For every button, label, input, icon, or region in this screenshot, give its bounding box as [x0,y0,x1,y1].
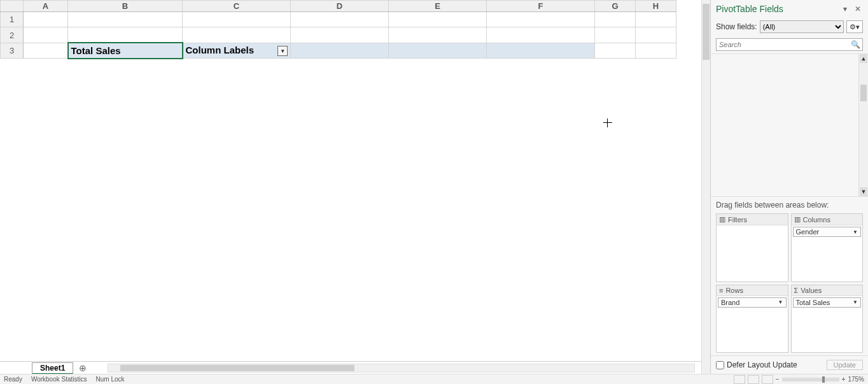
defer-update-checkbox[interactable] [716,361,724,369]
status-ready: Ready [4,376,22,383]
col-header-A[interactable]: A [24,1,68,12]
fieldlist-scrollbar[interactable]: ▲ ▼ [858,54,868,196]
cell-H2[interactable] [636,27,676,43]
cell-B1[interactable] [68,12,183,27]
col-header-F[interactable]: F [487,1,595,12]
zoom-out-button[interactable]: − [776,376,780,383]
col-header-D[interactable]: D [291,1,389,12]
show-fields-select[interactable]: (All) [760,20,844,33]
sheet-tab-sheet1[interactable]: Sheet1 [32,362,73,374]
values-icon: Σ [794,287,799,294]
view-page-break-button[interactable] [762,375,773,384]
cell-D2[interactable] [291,27,389,43]
view-normal-button[interactable] [734,375,745,384]
filters-icon: ▥ [719,215,725,224]
scroll-down-icon[interactable]: ▼ [860,187,867,196]
cell-A2[interactable] [24,27,68,43]
cell-G3[interactable] [595,43,636,58]
columns-token[interactable]: Gender▼ [793,227,862,237]
spreadsheet-grid[interactable]: ABCDEFGH123Total SalesColumn Labels▾ [0,0,676,59]
cell-D3[interactable] [291,43,389,58]
view-page-layout-button[interactable] [748,375,759,384]
chevron-down-icon: ▼ [853,229,858,235]
cell-H1[interactable] [636,12,676,27]
rows-icon: ≡ [719,287,723,294]
chevron-down-icon: ▼ [778,299,783,305]
defer-update-label: Defer Layout Update [727,360,797,369]
panel-title: PivotTable Fields [716,4,837,14]
cell-C2[interactable] [183,27,291,43]
cell-E3[interactable] [389,43,487,58]
cell-C3[interactable]: Column Labels▾ [183,43,291,58]
cell-A1[interactable] [24,12,68,27]
zoom-slider[interactable] [782,378,839,381]
col-header-G[interactable]: G [595,1,636,12]
row-header-2[interactable]: 2 [1,27,24,43]
scroll-up-icon[interactable]: ▲ [860,54,867,63]
panel-close-icon[interactable]: ✕ [853,4,863,13]
search-icon: 🔍 [851,40,860,49]
cell-D1[interactable] [291,12,389,27]
status-workbook-stats[interactable]: Workbook Statistics [31,376,87,383]
col-header-C[interactable]: C [183,1,291,12]
drag-fields-label: Drag fields between areas below: [711,197,868,213]
panel-options-icon[interactable]: ▾ [840,4,850,13]
cell-F3[interactable] [487,43,595,58]
horizontal-scrollbar[interactable] [108,364,695,373]
row-header-1[interactable]: 1 [1,12,24,27]
cell-G2[interactable] [595,27,636,43]
field-settings-button[interactable]: ⚙▾ [846,20,863,33]
rows-token[interactable]: Brand▼ [718,297,787,308]
status-numlock: Num Lock [96,376,125,383]
area-filters[interactable]: ▥Filters [716,213,788,282]
update-button[interactable]: Update [827,360,863,370]
col-header-H[interactable]: H [636,1,676,12]
cell-B3[interactable]: Total Sales [68,43,183,58]
col-header-E[interactable]: E [389,1,487,12]
pivot-fields-panel: PivotTable Fields ▾ ✕ Show fields: (All)… [710,0,868,374]
show-fields-label: Show fields: [716,22,757,31]
cell-G1[interactable] [595,12,636,27]
columns-icon: ▥ [794,215,801,224]
select-all-corner[interactable] [1,1,24,12]
column-labels-dropdown[interactable]: ▾ [277,46,288,56]
cell-E1[interactable] [389,12,487,27]
cell-H3[interactable] [636,43,676,58]
area-values[interactable]: ΣValues Total Sales▼ [791,285,864,353]
chevron-down-icon: ▼ [853,299,858,305]
values-token[interactable]: Total Sales▼ [793,297,862,308]
col-header-B[interactable]: B [68,1,183,12]
row-header-3[interactable]: 3 [1,43,24,58]
cell-cursor-icon [603,118,612,127]
cell-F2[interactable] [487,27,595,43]
cell-C1[interactable] [183,12,291,27]
cell-B2[interactable] [68,27,183,43]
cell-A3[interactable] [24,43,68,58]
vertical-scrollbar[interactable] [701,0,710,374]
area-rows[interactable]: ≡Rows Brand▼ [716,285,788,353]
status-bar: Ready Workbook Statistics Num Lock − + 1… [0,374,868,384]
zoom-level[interactable]: 175% [848,376,864,383]
cell-E2[interactable] [389,27,487,43]
add-sheet-button[interactable]: ⊕ [77,362,88,374]
field-list[interactable]: ▲ ▼ [711,53,868,197]
cell-F1[interactable] [487,12,595,27]
area-columns[interactable]: ▥Columns Gender▼ [791,213,864,282]
field-search-input[interactable] [716,38,863,51]
zoom-in-button[interactable]: + [842,376,846,383]
